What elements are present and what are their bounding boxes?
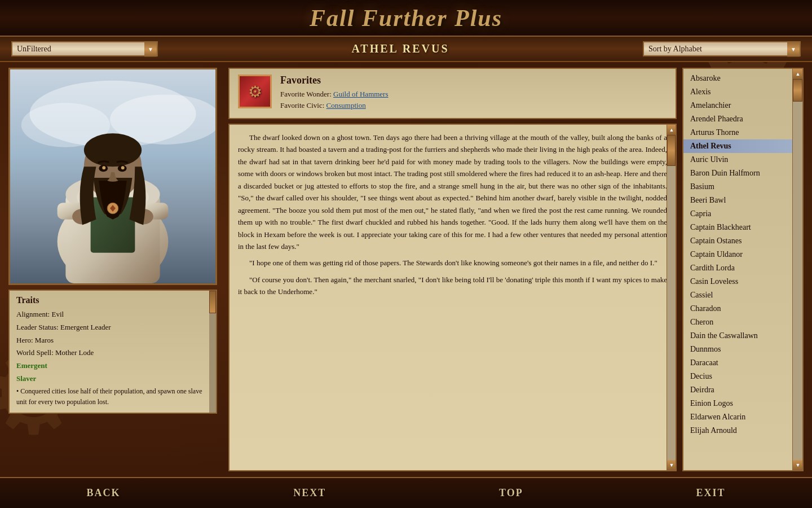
wonder-link[interactable]: Guild of Hammers xyxy=(333,90,388,98)
char-list-item[interactable]: Captain Ostanes xyxy=(683,234,792,248)
traits-panel: Traits Alignment: Evil Leader Status: Em… xyxy=(8,290,217,414)
char-list-item[interactable]: Elijah Arnould xyxy=(683,424,792,437)
left-panel: Traits Alignment: Evil Leader Status: Em… xyxy=(8,68,223,471)
civic-line: Favorite Civic: Consumption xyxy=(280,101,667,110)
char-scroll-thumb[interactable] xyxy=(793,79,802,102)
trait-leader-status: Leader Status: Emergent Leader xyxy=(16,322,209,334)
sort-dropdown-wrapper[interactable]: Sort by AlphabetSort by CivilizationSort… xyxy=(643,41,801,56)
char-list-item[interactable]: Alexis xyxy=(683,85,792,99)
char-list-item[interactable]: Baron Duin Halfmorn xyxy=(683,167,792,180)
portrait-image xyxy=(10,69,215,283)
character-title: ATHEL REVUS xyxy=(158,42,643,55)
trait-hero: Hero: Maros xyxy=(16,335,209,347)
lore-box: The dwarf looked down on a ghost town. T… xyxy=(228,124,677,471)
lore-paragraph-1: The dwarf looked down on a ghost town. T… xyxy=(238,132,667,252)
main-content: Traits Alignment: Evil Leader Status: Em… xyxy=(0,62,812,477)
game-logo: Fall Further Plus xyxy=(310,5,502,32)
toolbar: UnFilteredFilteredPlayable Only ▼ ATHEL … xyxy=(0,37,812,62)
char-list-item[interactable]: Absaroke xyxy=(683,72,792,85)
char-list-item[interactable]: Amelanchier xyxy=(683,99,792,112)
lore-text: The dwarf looked down on a ghost town. T… xyxy=(238,132,667,298)
char-list-item[interactable]: Cassiel xyxy=(683,288,792,302)
next-button[interactable]: NEXT xyxy=(276,483,343,503)
svg-point-16 xyxy=(84,133,142,167)
right-panel: AbsarokeAlexisAmelanchierArendel Phaedra… xyxy=(682,68,804,471)
lore-paragraph-3: "Of course you don't. Then again," the m… xyxy=(238,274,667,298)
char-scroll-track xyxy=(793,79,802,460)
bottom-bar: BACK NEXT TOP EXIT xyxy=(0,477,812,508)
filter-dropdown-wrapper[interactable]: UnFilteredFilteredPlayable Only ▼ xyxy=(11,41,158,56)
traits-content: Alignment: Evil Leader Status: Emergent … xyxy=(16,309,209,408)
wonder-symbol: ⚙ xyxy=(248,82,262,101)
trait-emergent: Emergent xyxy=(16,360,209,372)
civic-label: Favorite Civic: xyxy=(280,101,324,110)
char-list-item[interactable]: Casin Loveless xyxy=(683,275,792,288)
lore-scroll-track xyxy=(667,135,676,460)
char-list-item[interactable]: Cheron xyxy=(683,316,792,329)
civic-link[interactable]: Consumption xyxy=(326,101,366,110)
char-list-item[interactable]: Arendel Phaedra xyxy=(683,112,792,126)
game-header: Fall Further Plus xyxy=(0,0,812,37)
char-list-item[interactable]: Deirdra xyxy=(683,383,792,397)
top-button[interactable]: TOP xyxy=(482,483,540,503)
wonder-label: Favorite Wonder: xyxy=(280,90,332,98)
favorites-box: ⚙ Favorites Favorite Wonder: Guild of Ha… xyxy=(228,68,677,119)
char-list-item[interactable]: Captain Uldanor xyxy=(683,248,792,261)
filter-select[interactable]: UnFilteredFilteredPlayable Only xyxy=(11,41,158,56)
char-scrollbar: ▲ ▼ xyxy=(792,69,802,470)
char-list-item[interactable]: Eldarwen Alcarin xyxy=(683,410,792,424)
back-button[interactable]: BACK xyxy=(69,483,137,503)
char-list-item[interactable]: Cardith Lorda xyxy=(683,261,792,275)
game-logo-area: Fall Further Plus xyxy=(310,5,502,32)
char-list-item[interactable]: Arturus Thorne xyxy=(683,126,792,139)
lore-scroll-up-btn[interactable]: ▲ xyxy=(667,125,676,135)
trait-slaver-desc: • Conquered cities lose half of their po… xyxy=(16,386,209,408)
lore-scroll-thumb[interactable] xyxy=(667,135,676,166)
trait-slaver: Slaver xyxy=(16,373,209,385)
portrait-container xyxy=(8,68,217,285)
char-list-item[interactable]: Captain Blackheart xyxy=(683,221,792,234)
char-list-item[interactable]: Charadon xyxy=(683,302,792,316)
sort-select[interactable]: Sort by AlphabetSort by CivilizationSort… xyxy=(643,41,801,56)
char-list-item[interactable]: Beeri Bawl xyxy=(683,194,792,207)
svg-point-19 xyxy=(102,166,105,169)
lore-paragraph-2: "I hope one of them was getting rid of t… xyxy=(238,257,667,269)
char-list-item[interactable]: Dunnmos xyxy=(683,343,792,356)
char-list-item[interactable]: Decius xyxy=(683,370,792,383)
lore-scroll-down-btn[interactable]: ▼ xyxy=(667,460,676,470)
char-list-item[interactable]: Auric Ulvin xyxy=(683,153,792,167)
char-list-item[interactable]: Capria xyxy=(683,207,792,221)
character-list-container: AbsarokeAlexisAmelanchierArendel Phaedra… xyxy=(683,69,802,470)
char-list-item[interactable]: Daracaat xyxy=(683,356,792,370)
trait-world-spell: World Spell: Mother Lode xyxy=(16,347,209,359)
exit-button[interactable]: EXIT xyxy=(679,483,743,503)
traits-title: Traits xyxy=(16,295,209,305)
char-list-item[interactable]: Athel Revus xyxy=(683,139,792,153)
char-scroll-down-btn[interactable]: ▼ xyxy=(793,460,802,470)
lore-scrollbar: ▲ ▼ xyxy=(667,125,676,470)
char-list-item[interactable]: Basium xyxy=(683,180,792,194)
wonder-icon: ⚙ xyxy=(238,75,272,108)
svg-point-20 xyxy=(121,166,125,169)
center-panel: ⚙ Favorites Favorite Wonder: Guild of Ha… xyxy=(228,68,677,471)
favorites-text: Favorites Favorite Wonder: Guild of Hamm… xyxy=(280,75,667,112)
char-list-item[interactable]: Dain the Caswallawn xyxy=(683,329,792,343)
traits-scrollbar[interactable] xyxy=(209,291,216,413)
char-scroll-up-btn[interactable]: ▲ xyxy=(793,69,802,79)
character-list: AbsarokeAlexisAmelanchierArendel Phaedra… xyxy=(683,69,792,470)
trait-alignment: Alignment: Evil xyxy=(16,309,209,321)
favorites-title: Favorites xyxy=(280,75,667,86)
traits-scroll-thumb[interactable] xyxy=(209,291,216,313)
wonder-line: Favorite Wonder: Guild of Hammers xyxy=(280,90,667,99)
char-list-item[interactable]: Einion Logos xyxy=(683,397,792,410)
